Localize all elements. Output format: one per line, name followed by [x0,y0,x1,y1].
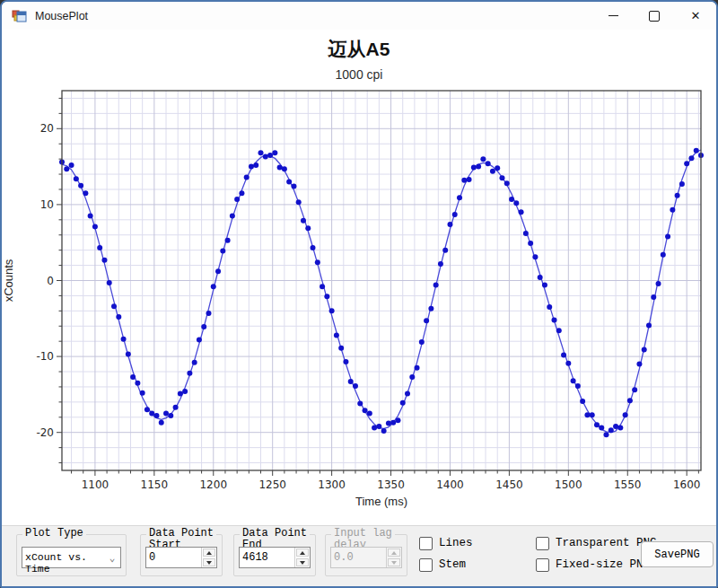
maximize-button[interactable] [634,2,675,30]
spin-up-button[interactable] [203,549,215,557]
svg-text:1550: 1550 [614,478,642,491]
stem-checkbox-label: Stem [439,558,466,571]
checkbox-icon [536,537,549,550]
data-point-end-spin [294,548,310,567]
svg-text:-20: -20 [36,426,54,439]
minimize-button[interactable] [592,2,634,30]
minimize-icon [609,15,618,16]
input-lag-input [331,548,386,567]
plot-type-value: xCount vs. Time [22,548,104,567]
data-point-start-stepper [145,547,217,568]
data-point-start-group: Data Point Start [140,534,223,576]
app-icon [12,9,27,23]
data-point-end-group: Data Point End [233,534,316,576]
svg-text:-10: -10 [36,350,54,363]
svg-text:10: 10 [40,198,54,211]
figure-area: 迈从A5 1000 cpi xCounts Time (ms) 11001150… [2,30,716,526]
app-window: MousePlot ✕ 迈从A5 1000 cpi xCounts Time (… [0,0,718,588]
chevron-down-icon: ⌄ [104,548,120,567]
close-icon: ✕ [691,10,701,22]
input-lag-spin [386,548,401,567]
svg-text:1200: 1200 [199,478,227,491]
stem-checkbox[interactable]: Stem [419,557,466,572]
window-controls: ✕ [592,2,716,30]
plot-canvas: 1100115012001250130013501400145015001550… [2,30,716,527]
svg-text:1350: 1350 [377,478,405,491]
transparent-png-checkbox[interactable]: Transparent PNG [536,536,657,550]
data-point-end-input[interactable] [240,548,294,567]
arrow-down-icon [206,561,212,565]
input-lag-stepper [330,547,402,568]
lines-checkbox-label: Lines [439,537,473,549]
arrow-down-icon [300,561,305,565]
spin-down-button[interactable] [296,558,309,566]
svg-text:1600: 1600 [673,478,701,491]
data-point-start-spin [201,548,216,567]
input-lag-group: Input lag delay [325,534,407,576]
title-bar: MousePlot ✕ [2,2,716,30]
spin-up-button[interactable] [296,549,309,557]
svg-text:1400: 1400 [436,478,464,491]
svg-text:1450: 1450 [495,478,523,491]
plot-type-label: Plot Type [22,528,86,540]
svg-text:20: 20 [40,122,54,135]
svg-text:1250: 1250 [258,478,286,491]
lines-checkbox[interactable]: Lines [419,536,473,550]
spin-down-button[interactable] [203,558,215,566]
data-point-end-stepper [239,547,311,568]
svg-text:1150: 1150 [141,478,169,491]
checkbox-icon [419,537,433,550]
data-point-start-input[interactable] [146,548,201,567]
save-png-button[interactable]: SavePNG [641,541,714,567]
plot-type-group: Plot Type xCount vs. Time ⌄ [16,534,127,576]
arrow-up-icon [206,551,212,555]
svg-text:1500: 1500 [555,478,582,491]
fixed-size-png-checkbox-label: Fixed-size PNG [556,558,650,571]
checkbox-icon [419,558,433,572]
spin-up-button [388,549,400,557]
fixed-size-png-checkbox[interactable]: Fixed-size PNG [536,557,650,572]
svg-text:1300: 1300 [318,478,346,491]
window-title: MousePlot [35,10,88,22]
control-panel: Plot Type xCount vs. Time ⌄ Data Point S… [2,525,716,586]
arrow-up-icon [300,551,305,555]
svg-text:1100: 1100 [82,478,109,491]
arrow-up-icon [391,551,397,555]
svg-text:0: 0 [47,275,54,287]
maximize-icon [649,11,660,22]
close-button[interactable]: ✕ [675,2,716,30]
checkbox-icon [536,558,549,572]
spin-down-button [388,558,400,566]
plot-type-combobox[interactable]: xCount vs. Time ⌄ [22,547,121,568]
arrow-down-icon [391,561,397,565]
